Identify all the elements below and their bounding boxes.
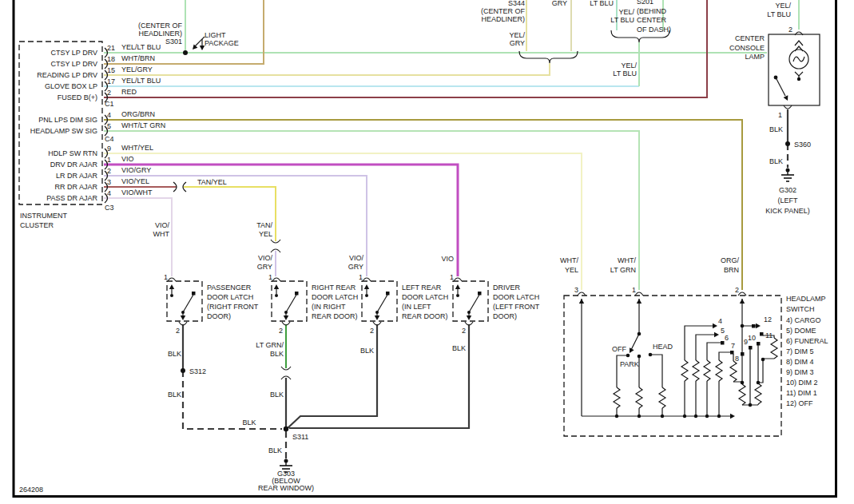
pin-number: 9 xyxy=(107,145,111,153)
pin-name: PASS DR AJAR xyxy=(46,194,97,202)
wire-color-label: WHT/YEL xyxy=(121,144,153,152)
pin-name: RR DR AJAR xyxy=(54,183,97,191)
blk-label: BLK xyxy=(168,350,181,358)
wire-color-label: YEL/LT BLU xyxy=(121,43,161,51)
pin-number: 18 xyxy=(107,55,115,63)
wire-color-label: VIO/YEL xyxy=(121,177,149,185)
num-7: 7 xyxy=(731,342,735,350)
wire-color-label: ORG/BRN xyxy=(121,110,155,118)
position-park-label: PARK xyxy=(620,360,639,368)
blk-label: BLK xyxy=(270,391,284,399)
connector-c3: C3 xyxy=(105,204,114,212)
num-6: 6 xyxy=(725,334,729,342)
latch-pin1: 1 xyxy=(450,273,454,281)
wire-color-label: YEL/LT BLU xyxy=(121,77,161,85)
pin-name: GLOVE BOX LP xyxy=(45,82,97,90)
splice-s311-dot xyxy=(284,427,288,431)
num-12: 12 xyxy=(764,315,772,323)
blk-label: BLK xyxy=(769,125,783,133)
latch-pin2: 2 xyxy=(176,327,180,335)
latch-pin2: 2 xyxy=(279,327,283,335)
connector-c4: C4 xyxy=(105,135,114,143)
switch-pin-3: 3 xyxy=(574,286,578,294)
latch-feed-label: VIO/WHT xyxy=(153,221,170,238)
latch-feed-label: VIO xyxy=(441,255,454,263)
pin-number: 3 xyxy=(107,178,111,186)
tan-yel-inline-label: TAN/YEL xyxy=(197,178,227,186)
lt-blu-label: LT BLU xyxy=(590,0,614,7)
num-11: 11 xyxy=(765,331,773,339)
latch-feed2-label: VIO/GRY xyxy=(257,254,273,271)
page-number: 264208 xyxy=(19,486,43,494)
wiring-diagram-page: 264208 INSTRUMENTCLUSTER C1 C4 C3 21 CTS… xyxy=(0,0,854,504)
pin-name: PNL LPS DIM SIG xyxy=(38,116,97,124)
latch-pin1: 1 xyxy=(164,273,168,281)
splice-s360-dot xyxy=(785,141,790,146)
splice-s312-dot xyxy=(181,368,185,373)
position-off-label: OFF xyxy=(612,345,626,353)
pin-name: CTSY LP DRV xyxy=(50,49,97,57)
splice-s311-label: S311 xyxy=(292,433,308,441)
blk-label: BLK xyxy=(452,344,466,352)
blk-label: BLK xyxy=(242,419,256,427)
pin-name: CTSY LP DRV xyxy=(50,60,97,68)
pin-number: 4 xyxy=(107,189,111,197)
wire-color-label: YEL/GRY xyxy=(121,65,153,73)
lamp-pin-2: 2 xyxy=(788,26,792,34)
wire-color-label: WHT/BRN xyxy=(121,54,155,62)
gry-label: GRY xyxy=(552,0,567,7)
latch-feed-label: TAN/YEL xyxy=(256,221,272,238)
num-8: 8 xyxy=(735,355,739,363)
wire-color-label: RED xyxy=(121,88,137,96)
pin-name: FUSED B(+) xyxy=(58,93,97,101)
pin-number: 17 xyxy=(107,77,115,85)
pin-name: READING LP DRV xyxy=(37,71,97,79)
pin-number: 2 xyxy=(107,89,111,97)
blk-label: BLK xyxy=(360,347,374,355)
splice-s312-label: S312 xyxy=(189,367,206,375)
num-10: 10 xyxy=(748,334,756,342)
pin-name: HDLP SW RTN xyxy=(48,149,97,157)
pin-name: DRV DR AJAR xyxy=(50,161,98,169)
blk-label: BLK xyxy=(168,391,181,399)
pin-number: 5 xyxy=(107,122,111,130)
lamp-pin-1: 1 xyxy=(778,111,782,119)
wire-color-label: VIO/GRY xyxy=(121,166,151,174)
num-4: 4 xyxy=(718,317,722,325)
blk-label: BLK xyxy=(268,446,282,454)
wire-color-label: WHT/LT GRN xyxy=(121,121,165,129)
latch-pin2: 2 xyxy=(462,327,466,335)
latch-feed-label: VIO/GRY xyxy=(348,254,364,271)
latch-pin1: 1 xyxy=(359,273,363,281)
switch-pin-2: 2 xyxy=(735,286,739,294)
latch-pin2: 2 xyxy=(370,327,374,335)
splice-s301-dot xyxy=(183,50,188,55)
pin-number: 1 xyxy=(107,156,111,164)
blk-label: BLK xyxy=(769,157,783,165)
pin-number: 21 xyxy=(107,44,115,52)
pin-name: HEADLAMP SW SIG xyxy=(30,127,97,135)
wire-color-label: VIO/WHT xyxy=(121,189,153,196)
switch-pin-1: 1 xyxy=(632,286,636,294)
pin-number: 15 xyxy=(107,66,115,74)
wiring-diagram: 264208 INSTRUMENTCLUSTER C1 C4 C3 21 CTS… xyxy=(0,0,854,504)
position-head-label: HEAD xyxy=(653,343,673,351)
splice-s360-label: S360 xyxy=(794,141,811,149)
pin-number: 2 xyxy=(107,167,111,175)
pin-number: 4 xyxy=(107,111,111,119)
s344-wire-label: YEL/GRY xyxy=(509,31,525,47)
latch-pin1: 1 xyxy=(268,273,272,281)
wire-color-label: VIO xyxy=(121,155,134,163)
pin-name: LR DR AJAR xyxy=(56,172,98,180)
